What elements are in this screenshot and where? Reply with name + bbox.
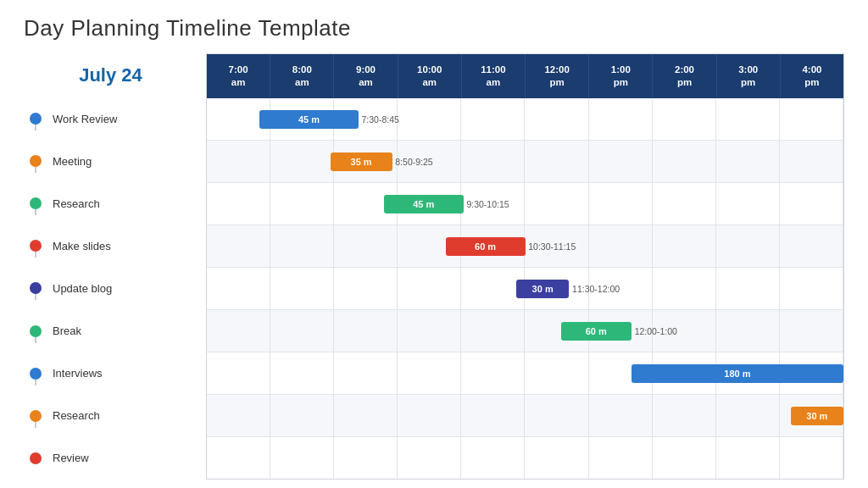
page-title: Day Planning Timeline Template [24,15,844,42]
task-dot [30,155,42,167]
time-header-2: 9:00am [334,54,398,98]
grid-cell [525,225,588,267]
task-dot-col [24,240,47,252]
grid-cell [653,225,716,267]
grid-cell [270,98,334,140]
grid-cell [207,310,270,352]
grid-cell [398,183,461,225]
grid-cell [716,352,780,394]
grid-cell [334,395,398,436]
grid-cell [525,310,588,352]
grid-cell [716,310,780,352]
task-dot [30,240,42,252]
grid-cell [334,268,398,309]
time-header-8: 3:00pm [717,54,781,98]
task-dot-col [24,113,47,125]
task-dot-col [24,282,47,294]
grid-cell [461,352,525,394]
grid-cell [461,225,525,267]
grid-cell [270,437,334,479]
task-label: Break [47,324,81,337]
time-header-7: 2:00pm [653,54,716,98]
grid-cell [589,225,653,267]
grid-row: 45 m9:30-10:15 [207,183,843,225]
task-label: Work Review [47,113,117,125]
grid-cell [398,141,461,182]
grid-cell [780,395,843,436]
task-dot [30,197,42,209]
grid-cell [398,225,461,267]
grid-cell [589,98,653,140]
grid-cell [207,352,270,394]
grid-cell [653,183,716,225]
grid-cell [589,352,653,394]
task-dot [30,282,42,294]
grid-cell [334,352,398,394]
grid-cell [270,310,334,352]
grid-cell [716,98,780,140]
timeline-grid: 7:00am8:00am9:00am10:00am11:00am12:00pm1… [206,53,844,480]
grid-cell [653,395,716,436]
grid-row: 180 m1:00-4:00 [207,352,843,395]
task-row: Work Review [24,97,206,140]
timeline-wrapper: July 24 Work ReviewMeetingResearchMake s… [24,53,844,480]
grid-cell [589,395,653,436]
grid-cell [716,225,780,267]
grid-cell [398,395,461,436]
grid-cell [780,98,843,140]
grid-cell [398,98,461,140]
task-dot-col [24,368,47,380]
grid-cell [716,268,780,309]
grid-row: 35 m8:50-9:25 [207,141,843,183]
task-dot [30,410,42,422]
grid-cell [525,352,588,394]
grid-cell [780,437,843,479]
time-header-6: 1:00pm [589,54,653,98]
task-label: Review [47,452,89,464]
grid-cell [780,225,843,267]
grid-cell [334,183,398,225]
grid-cell [525,183,588,225]
task-row: Meeting [24,140,206,182]
grid-cell [398,352,461,394]
grid-cell [207,183,270,225]
grid-row: 45 m7:30-8:45 [207,98,843,141]
task-dot [30,113,42,125]
grid-cell [653,268,716,309]
grid-cell [589,268,653,309]
time-header-9: 4:00pm [781,54,843,98]
date-label: July 24 [24,53,206,97]
grid-cell [461,310,525,352]
task-row: Interviews [24,352,206,395]
task-label: Meeting [47,155,92,168]
grid-cell [334,141,398,182]
time-header-0: 7:00am [207,54,270,98]
grid-cell [207,141,270,182]
task-dot-col [24,410,47,422]
grid-cell [525,268,588,309]
grid-cell [461,98,525,140]
grid-cell [334,437,398,479]
task-row: Update blog [24,267,206,309]
grid-cell [525,141,588,182]
grid-cell [716,141,780,182]
time-header-1: 8:00am [270,54,334,98]
grid-cell [207,225,270,267]
task-dot-col [24,325,47,337]
grid-cell [461,395,525,436]
grid-cell [207,437,270,479]
grid-cell [780,183,843,225]
grid-cell [780,352,843,394]
grid-cell [589,310,653,352]
grid-cell [334,225,398,267]
grid-cell [589,437,653,479]
tasks-list: Work ReviewMeetingResearchMake slidesUpd… [24,97,206,480]
task-label: Update blog [47,282,112,295]
task-label: Make slides [47,240,111,252]
grid-cell [270,225,334,267]
grid-cell [780,141,843,182]
grid-row: 30 m11:30-12:00 [207,268,843,310]
grid-cell [270,183,334,225]
grid-cell [270,352,334,394]
grid-cell [334,98,398,140]
